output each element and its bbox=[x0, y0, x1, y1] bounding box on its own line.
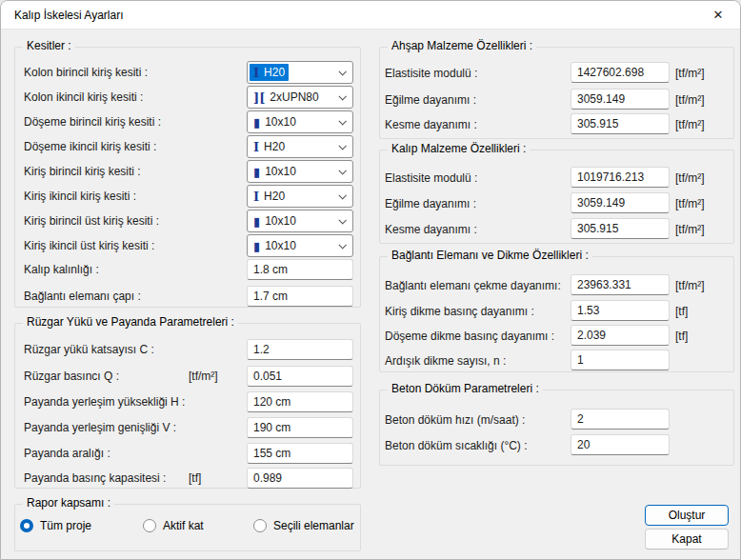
label-kolon-birincil: Kolon birincil kiriş kesiti : bbox=[24, 65, 148, 80]
combo-value: H20 bbox=[264, 190, 285, 203]
solid-rect-icon: ▮ bbox=[253, 116, 260, 129]
label-ahsap-elastisite: Elastisite modulü : bbox=[385, 66, 477, 81]
ahsap-elastisite-field[interactable] bbox=[571, 62, 670, 83]
label-kalip-elastisite: Elastisite modulü : bbox=[385, 170, 477, 186]
radio-aktif-kat[interactable]: Aktif kat bbox=[143, 519, 204, 532]
group-beton: Beton Döküm Parametreleri : bbox=[379, 390, 734, 466]
combo-kolon-ikincil[interactable]: ][2xUPN80 bbox=[247, 86, 353, 109]
ardisik-dikme-field[interactable] bbox=[571, 350, 670, 370]
label-kalip-kalinligi: Kalıp kalınlığı : bbox=[24, 262, 99, 277]
payanda-yukseklik-field[interactable] bbox=[247, 391, 353, 412]
beton-sicakligi-field[interactable] bbox=[571, 434, 670, 455]
kiris-dikme-field[interactable] bbox=[571, 300, 670, 321]
label-kiris-dikme: Kiriş dikme basınç dayanımı : bbox=[385, 304, 534, 319]
combo-doseme-birincil[interactable]: ▮10x10 bbox=[247, 110, 353, 133]
payanda-araligi-field[interactable] bbox=[247, 443, 353, 464]
payanda-kapasite-field[interactable] bbox=[247, 468, 353, 489]
radio-label: Aktif kat bbox=[163, 519, 204, 532]
combo-value: 10x10 bbox=[265, 214, 296, 228]
chevron-down-icon bbox=[338, 68, 346, 75]
close-icon[interactable]: ✕ bbox=[696, 1, 740, 29]
kalip-elastisite-field[interactable] bbox=[571, 167, 670, 188]
chevron-down-icon bbox=[338, 92, 346, 100]
baglanti-capi-field[interactable] bbox=[247, 286, 353, 307]
label-payanda-yukseklik: Payanda yerleşim yüksekliği H : bbox=[24, 394, 185, 410]
ibeam-icon: I bbox=[253, 67, 259, 79]
combo-kolon-birincil[interactable]: IH20 bbox=[247, 61, 353, 84]
label-doseme-ikincil: Döşeme ikincil kiriş kesiti : bbox=[24, 139, 156, 154]
group-title-rapor: Rapor kapsamı : bbox=[23, 496, 114, 510]
window-title: Kalıp İskelesi Ayarları bbox=[14, 9, 124, 22]
solid-rect-icon: ▮ bbox=[253, 240, 260, 252]
chevron-down-icon bbox=[338, 117, 346, 125]
kalip-egilme-field[interactable] bbox=[571, 192, 670, 213]
title-bar: Kalıp İskelesi Ayarları bbox=[1, 1, 740, 30]
radio-label: Seçili elemanlar bbox=[273, 519, 354, 532]
group-title-beton: Beton Döküm Parametreleri : bbox=[388, 382, 543, 395]
label-doseme-birincil: Döşeme birincil kiriş kesiti : bbox=[24, 114, 161, 130]
label-kiris-ikincil-ust: Kiriş ikincil üst kiriş kesiti : bbox=[24, 238, 154, 253]
ibeam-icon: I bbox=[253, 190, 259, 203]
unit-ruzgar-basinci: [tf/m²] bbox=[189, 369, 218, 384]
formwork-settings-dialog: Kalıp İskelesi Ayarları ✕ Kesitler : Rüz… bbox=[0, 0, 741, 560]
radio-label: Tüm proje bbox=[40, 519, 91, 532]
chevron-down-icon bbox=[338, 142, 346, 150]
unit-ahsap-kesme: [tf/m²] bbox=[675, 117, 705, 132]
beton-hizi-field[interactable] bbox=[571, 409, 670, 430]
ahsap-kesme-field[interactable] bbox=[571, 113, 670, 134]
label-doseme-dikme: Döşeme dikme basınç dayanımı : bbox=[385, 329, 554, 344]
kalip-kalinligi-field[interactable] bbox=[247, 259, 353, 280]
label-kiris-birincil: Kiriş birincil kiriş kesiti : bbox=[24, 164, 141, 179]
create-button[interactable]: Oluştur bbox=[645, 505, 729, 526]
unit-ahsap-egilme: [tf/m²] bbox=[675, 92, 705, 108]
combo-doseme-ikincil[interactable]: IH20 bbox=[247, 135, 353, 158]
group-title-baglanti: Bağlantı Elemanı ve Dikme Özellikleri : bbox=[388, 249, 592, 262]
label-kolon-ikincil: Kolon ikincil kiriş kesiti : bbox=[24, 90, 143, 105]
unit-doseme-dikme: [tf] bbox=[675, 329, 688, 344]
combo-value: H20 bbox=[264, 66, 285, 79]
combo-value: 10x10 bbox=[265, 165, 296, 178]
doseme-dikme-field[interactable] bbox=[571, 325, 670, 346]
combo-kiris-ikincil[interactable]: IH20 bbox=[247, 185, 353, 208]
group-title-ruzgar: Rüzgar Yükü ve Payanda Parametreleri : bbox=[23, 315, 238, 329]
combo-value: 2xUPN80 bbox=[270, 90, 318, 104]
kalip-kesme-field[interactable] bbox=[571, 218, 670, 239]
radio-secili-elemanlar[interactable]: Seçili elemanlar bbox=[253, 519, 354, 532]
unit-kalip-elastisite: [tf/m²] bbox=[675, 170, 705, 186]
label-payanda-kapasite: Payanda basınç kapasitesi : bbox=[24, 470, 166, 486]
label-kalip-kesme: Kesme dayanımı : bbox=[385, 222, 477, 237]
ruzgar-basinci-field[interactable] bbox=[247, 366, 353, 387]
combo-kiris-ikincil-ust[interactable]: ▮10x10 bbox=[247, 234, 353, 257]
double-channel-icon: ][ bbox=[253, 91, 265, 104]
unit-kalip-kesme: [tf/m²] bbox=[675, 222, 705, 237]
radio-tum-proje[interactable]: Tüm proje bbox=[20, 519, 91, 532]
cekme-dayanimi-field[interactable] bbox=[571, 274, 670, 295]
combo-value: 10x10 bbox=[265, 115, 296, 129]
unit-kalip-egilme: [tf/m²] bbox=[675, 196, 705, 211]
label-kiris-birincil-ust: Kiriş birincil üst kiriş kesiti : bbox=[24, 213, 159, 229]
group-title-kesitler: Kesitler : bbox=[23, 39, 75, 52]
chevron-down-icon bbox=[338, 216, 346, 224]
label-payanda-genislik: Payanda yerleşim genişliği V : bbox=[24, 420, 176, 435]
radio-unselected-icon bbox=[253, 519, 267, 532]
label-kalip-egilme: Eğilme dayanımı : bbox=[385, 196, 476, 211]
label-beton-hizi: Beton döküm hızı (m/saat) : bbox=[385, 412, 525, 428]
group-title-ahsap: Ahşap Malzeme Özellikleri : bbox=[388, 39, 536, 52]
payanda-genislik-field[interactable] bbox=[247, 417, 353, 438]
combo-value: H20 bbox=[264, 140, 285, 153]
chevron-down-icon bbox=[338, 241, 346, 249]
combo-kiris-birincil-ust[interactable]: ▮10x10 bbox=[247, 210, 353, 232]
ahsap-egilme-field[interactable] bbox=[571, 89, 670, 110]
group-title-kalip: Kalıp Malzeme Özellikleri : bbox=[388, 142, 530, 155]
close-button[interactable]: Kapat bbox=[645, 529, 729, 550]
label-cekme-dayanimi: Bağlantı elemanı çekme dayanımı: bbox=[385, 278, 561, 293]
label-beton-sicakligi: Beton döküm sıcaklığı (°C) : bbox=[385, 438, 528, 453]
radio-unselected-icon bbox=[143, 519, 156, 532]
combo-kiris-birincil[interactable]: ▮10x10 bbox=[247, 160, 353, 183]
combo-value: 10x10 bbox=[265, 239, 296, 252]
label-payanda-araligi: Payanda aralığı : bbox=[24, 446, 110, 461]
chevron-down-icon bbox=[338, 167, 346, 174]
label-ardisik-dikme: Ardışık dikme sayısı, n : bbox=[385, 353, 506, 369]
ruzgar-katsayisi-field[interactable] bbox=[247, 339, 353, 360]
label-ruzgar-basinci: Rüzgar basıncı Q : bbox=[24, 369, 119, 384]
